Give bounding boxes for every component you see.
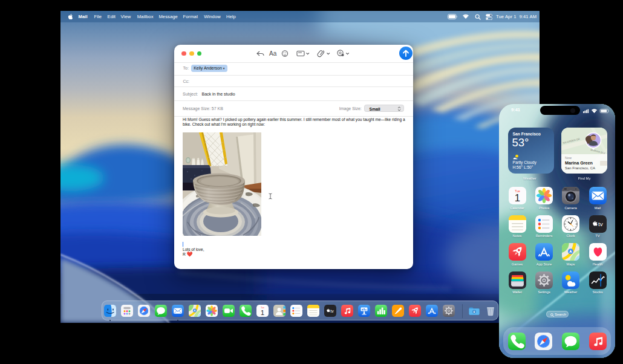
svg-text:Marina Green: Marina Green — [565, 160, 593, 165]
svg-text:Aa: Aa — [269, 50, 277, 57]
svg-text:Now: Now — [565, 155, 572, 159]
svg-text:San Francisco, CA: San Francisco, CA — [565, 166, 595, 170]
